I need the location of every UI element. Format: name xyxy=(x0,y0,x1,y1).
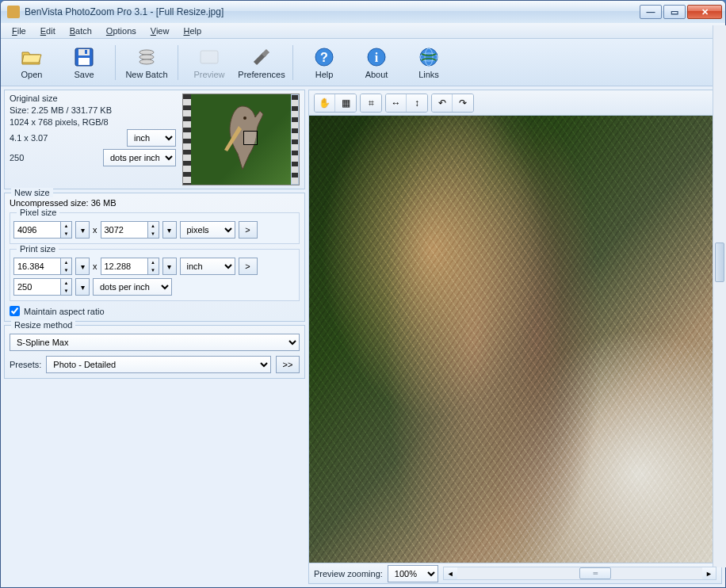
uncompressed-size: Uncompressed size: 36 MB xyxy=(10,198,300,208)
spinner-icon[interactable]: ▲▼ xyxy=(61,258,72,275)
original-res-unit-select[interactable]: dots per inch xyxy=(103,149,176,166)
aspect-ratio-checkbox[interactable] xyxy=(10,306,20,316)
preview-zoom-label: Preview zooming: xyxy=(314,569,383,578)
preset-select[interactable]: Photo - Detailed xyxy=(46,356,271,373)
pixel-unit-select[interactable]: pixels xyxy=(180,221,235,239)
crop-tool-button[interactable]: ⌗ xyxy=(361,94,381,112)
open-button[interactable]: Open xyxy=(7,42,56,83)
spinner-icon[interactable]: ▲▼ xyxy=(61,221,72,239)
save-button[interactable]: Save xyxy=(59,42,109,83)
help-label: Help xyxy=(315,70,334,79)
rotate-ccw-icon: ↶ xyxy=(438,97,446,109)
spinner-icon[interactable]: ▲▼ xyxy=(61,278,72,296)
menu-view[interactable]: View xyxy=(144,25,176,37)
app-icon xyxy=(7,6,20,18)
left-panel: Original size Size: 2.25 MB / 331.77 KB … xyxy=(4,90,305,584)
scrollbar-thumb[interactable] xyxy=(715,242,724,282)
rotate-right-button[interactable]: ↷ xyxy=(453,94,473,112)
hand-tool-button[interactable]: ✋ xyxy=(315,94,335,112)
crop-icon: ⌗ xyxy=(369,97,374,109)
help-button[interactable]: ? Help xyxy=(300,42,349,83)
preview-icon xyxy=(198,46,220,68)
svg-point-12 xyxy=(420,48,438,66)
preview-image-detail xyxy=(309,116,721,563)
res-unit-select[interactable]: dots per inch xyxy=(93,278,172,296)
svg-point-15 xyxy=(243,116,246,120)
close-button[interactable]: ✕ xyxy=(687,5,722,19)
link-print-h-button[interactable]: ▾ xyxy=(162,258,177,275)
menu-options[interactable]: Options xyxy=(100,25,143,37)
scrollbar-thumb[interactable]: ═ xyxy=(579,567,611,579)
pixel-height-input[interactable] xyxy=(101,221,148,239)
menu-file[interactable]: File xyxy=(6,25,32,37)
svg-point-6 xyxy=(139,59,154,64)
thumbnail[interactable] xyxy=(182,94,300,185)
vertical-scrollbar[interactable] xyxy=(713,86,725,567)
marquee-tool-button[interactable]: ▦ xyxy=(335,94,356,112)
menu-options-label: ptions xyxy=(113,26,136,36)
new-batch-button[interactable]: New Batch xyxy=(122,42,171,83)
links-button[interactable]: Links xyxy=(404,42,453,83)
spinner-icon[interactable]: ▲▼ xyxy=(148,258,159,275)
new-batch-label: New Batch xyxy=(125,70,167,79)
preview-panel: ✋ ▦ ⌗ ↔ ↕ ↶ ↷ xyxy=(308,90,722,584)
rotate-left-button[interactable]: ↶ xyxy=(432,94,453,112)
flip-vertical-button[interactable]: ↕ xyxy=(407,94,427,112)
original-size-bytes: Size: 2.25 MB / 331.77 KB xyxy=(10,105,176,115)
svg-point-5 xyxy=(139,55,154,59)
menu-batch[interactable]: Batch xyxy=(63,25,98,37)
pixel-size-group: Pixel size ▲▼ ▾ x ▲▼ ▾ pixels xyxy=(10,212,300,244)
hand-icon: ✋ xyxy=(319,97,331,109)
original-unit-select[interactable]: inch xyxy=(127,129,176,147)
times-label: x xyxy=(93,225,97,235)
preview-canvas[interactable] xyxy=(309,116,721,563)
preset-more-button[interactable]: >> xyxy=(276,356,300,373)
print-height-input[interactable] xyxy=(101,258,148,275)
new-size-legend: New size xyxy=(11,188,53,197)
print-size-legend: Print size xyxy=(17,244,59,254)
pixel-presets-button[interactable]: > xyxy=(239,221,258,239)
folder-open-icon xyxy=(21,46,43,68)
focus-box[interactable] xyxy=(243,131,258,145)
print-unit-select[interactable]: inch xyxy=(180,258,235,275)
links-label: Links xyxy=(418,70,439,79)
resize-method-group: Resize method S-Spline Max Presets: Phot… xyxy=(4,325,305,379)
menu-help[interactable]: Help xyxy=(177,25,208,37)
save-label: Save xyxy=(74,70,94,79)
maximize-button[interactable]: ▭ xyxy=(663,5,686,19)
link-print-w-button[interactable]: ▾ xyxy=(75,258,90,275)
resolution-input[interactable] xyxy=(13,278,61,296)
link-res-button[interactable]: ▾ xyxy=(75,278,90,296)
about-button[interactable]: i About xyxy=(352,42,401,83)
preview-button: Preview xyxy=(185,42,234,83)
resize-method-select[interactable]: S-Spline Max xyxy=(10,334,300,351)
toolbar-separator xyxy=(292,45,293,80)
print-width-input[interactable] xyxy=(13,258,61,275)
original-size-pixels: 1024 x 768 pixels, RGB/8 xyxy=(10,117,176,127)
svg-rect-2 xyxy=(78,58,90,65)
preview-zoom-select[interactable]: 100% xyxy=(388,565,438,582)
flip-h-icon: ↔ xyxy=(392,97,401,109)
print-presets-button[interactable]: > xyxy=(239,258,258,275)
svg-text:?: ? xyxy=(320,51,328,64)
titlebar: BenVista PhotoZoom Pro 3.1 - [Full Resiz… xyxy=(1,1,725,23)
minimize-button[interactable]: — xyxy=(640,5,662,19)
spinner-icon[interactable]: ▲▼ xyxy=(148,221,159,239)
menu-batch-label: atch xyxy=(75,26,92,36)
flip-horizontal-button[interactable]: ↔ xyxy=(386,94,407,112)
pixel-width-input[interactable] xyxy=(13,221,61,239)
horizontal-scrollbar[interactable]: ◄ ═ ► xyxy=(443,567,716,580)
flip-v-icon: ↕ xyxy=(415,97,419,109)
preferences-button[interactable]: Preferences xyxy=(237,42,286,83)
link-height-button[interactable]: ▾ xyxy=(162,221,177,239)
menu-edit[interactable]: Edit xyxy=(34,25,62,37)
scroll-right-button[interactable]: ► xyxy=(702,567,716,579)
aspect-ratio-label: Maintain aspect ratio xyxy=(24,307,105,316)
link-width-button[interactable]: ▾ xyxy=(75,221,90,239)
marquee-icon: ▦ xyxy=(342,97,350,109)
tools-icon xyxy=(250,46,273,68)
globe-icon xyxy=(418,46,440,68)
preview-bottom-bar: Preview zooming: 100% ◄ ═ ► xyxy=(309,563,721,583)
scroll-left-button[interactable]: ◄ xyxy=(444,567,457,579)
window-title: BenVista PhotoZoom Pro 3.1 - [Full Resiz… xyxy=(25,6,640,17)
